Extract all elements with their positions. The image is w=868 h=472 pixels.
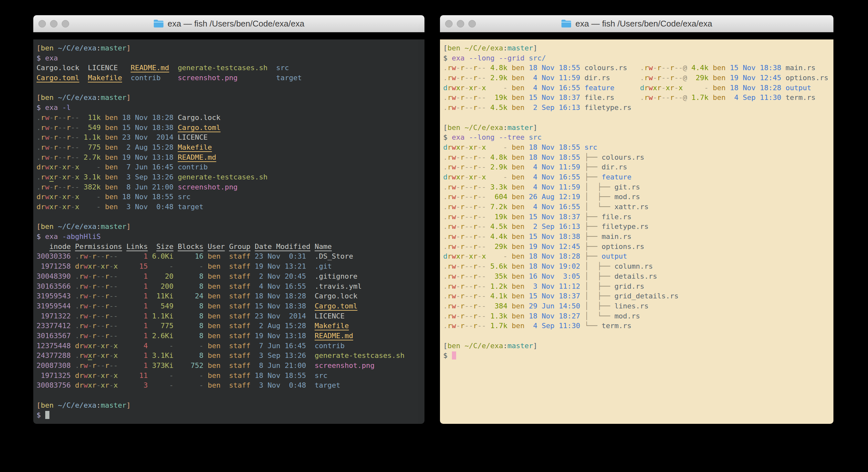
- terminal-line: 30163566 .rw-r--r-- 1 200 8 ben staff 4 …: [36, 282, 425, 292]
- text-run: ben: [204, 252, 221, 260]
- text-run: r: [41, 173, 45, 181]
- text-run: [306, 361, 315, 370]
- terminal-line: .rw-r--r-- 11k ben 18 Nov 18:28 Cargo.lo…: [36, 113, 425, 123]
- text-run: r: [447, 262, 452, 270]
- text-run: .: [36, 173, 41, 181]
- text-run: --: [58, 133, 66, 141]
- text-run: r: [447, 282, 452, 290]
- zoom-button[interactable]: [62, 20, 69, 28]
- text-run: 15 Nov 18:38: [725, 64, 781, 72]
- text-run: column.rs: [614, 262, 653, 270]
- text-run: .: [36, 133, 41, 141]
- terminal-line: [443, 113, 833, 123]
- text-run: │ └──: [580, 203, 614, 211]
- text-run: .DS_Store: [306, 252, 353, 260]
- text-run: r: [92, 351, 96, 359]
- text-run: Makefile: [88, 74, 122, 82]
- terminal-line: .rw-r--r-- 384 ben 29 Jun 14:50 │ ├── li…: [443, 301, 833, 311]
- text-run: src/: [525, 54, 546, 62]
- text-run: --: [477, 282, 486, 290]
- text-run: r: [460, 242, 465, 250]
- text-run: r: [105, 361, 109, 370]
- text-run: src: [315, 372, 328, 380]
- text-run: ]: [533, 123, 537, 131]
- text-run: generate-testcases.sh: [178, 64, 268, 72]
- terminal-window-light[interactable]: exa — fish /Users/ben/Code/exa/exa [ben …: [440, 15, 833, 424]
- text-run: r: [66, 193, 71, 201]
- text-run: 29 Jun 14:50: [525, 302, 580, 310]
- text-run: r: [447, 143, 452, 151]
- text-run: w: [45, 114, 50, 122]
- text-run: ben: [204, 381, 221, 389]
- text-run: x: [62, 203, 66, 211]
- text-run: ├──: [580, 153, 601, 161]
- text-run: 18 Nov 18:55: [525, 143, 580, 151]
- titlebar[interactable]: exa — fish /Users/ben/Code/exa/exa: [33, 15, 425, 32]
- text-run: -: [661, 84, 666, 92]
- text-run: 2.9k: [486, 163, 507, 171]
- minimize-button[interactable]: [50, 20, 58, 28]
- terminal-line: $: [443, 351, 833, 361]
- text-run: 19 Nov 13:18: [118, 153, 174, 161]
- text-run: 19 Nov 13:21: [250, 262, 306, 270]
- text-run: output: [601, 252, 627, 260]
- text-run: staff: [221, 292, 251, 300]
- text-run: r: [79, 332, 83, 340]
- text-run: -: [96, 381, 100, 389]
- text-run: -: [465, 252, 469, 260]
- text-run: -: [88, 361, 92, 370]
- text-run: x: [469, 84, 473, 92]
- text-run: [174, 123, 178, 131]
- terminal-line: .rw-r--r-- 549 ben 15 Nov 18:38 Cargo.to…: [36, 123, 425, 133]
- text-run: w: [45, 173, 50, 181]
- text-run: x: [482, 173, 486, 181]
- text-run: [614, 84, 640, 92]
- text-run: master: [101, 93, 126, 101]
- text-run: target: [315, 381, 340, 389]
- text-run: Group: [229, 242, 250, 250]
- text-run: w: [452, 292, 456, 300]
- text-run: -: [456, 213, 460, 221]
- text-run: x: [666, 84, 670, 92]
- titlebar[interactable]: exa — fish /Users/ben/Code/exa/exa: [440, 15, 833, 32]
- text-run: x: [62, 163, 66, 171]
- text-run: r: [473, 153, 477, 161]
- text-run: 4.1k: [486, 292, 507, 300]
- text-run: main.rs: [601, 232, 631, 240]
- text-run: 8: [174, 302, 204, 310]
- text-run: 15 Nov 18:38: [118, 123, 174, 131]
- text-run: ben: [507, 232, 525, 240]
- terminal-window-dark[interactable]: exa — fish /Users/ben/Code/exa/exa [ben …: [33, 15, 425, 424]
- text-run: --: [71, 133, 80, 141]
- text-run: 1.3k: [486, 312, 507, 320]
- text-run: ben: [507, 252, 525, 260]
- text-run: ben: [101, 183, 118, 191]
- text-run: r: [645, 74, 649, 82]
- terminal-line: [ben ~/C/e/exa:master]: [443, 43, 833, 53]
- text-run: .: [443, 74, 447, 82]
- minimize-button[interactable]: [457, 20, 464, 28]
- text-run: r: [473, 203, 477, 211]
- terminal-screen[interactable]: [ben ~/C/e/exa:master]$ exaCargo.lock LI…: [33, 39, 425, 424]
- text-run: .git: [315, 262, 332, 270]
- text-run: 15 Nov 18:38: [525, 232, 580, 240]
- text-run: [54, 223, 58, 231]
- text-run: git.rs: [614, 183, 640, 191]
- text-run: r: [460, 232, 465, 240]
- text-run: ~/C/e/exa: [465, 342, 503, 350]
- text-run: -: [174, 381, 204, 389]
- text-run: -: [71, 163, 75, 171]
- text-run: x: [75, 173, 79, 181]
- zoom-button[interactable]: [468, 20, 476, 28]
- text-run: ├──: [580, 223, 601, 231]
- text-run: --: [477, 232, 486, 240]
- text-run: w: [452, 183, 456, 191]
- text-run: r: [447, 312, 452, 320]
- close-button[interactable]: [38, 20, 46, 28]
- text-run: :: [503, 44, 507, 52]
- text-run: 1: [118, 282, 148, 290]
- close-button[interactable]: [445, 20, 453, 28]
- text-run: w: [452, 74, 456, 82]
- terminal-line: .rw-r--r-- 1.1k ben 23 Nov 2014 LICENCE: [36, 132, 425, 143]
- terminal-screen[interactable]: [ben ~/C/e/exa:master]$ exa --long --gri…: [440, 39, 833, 424]
